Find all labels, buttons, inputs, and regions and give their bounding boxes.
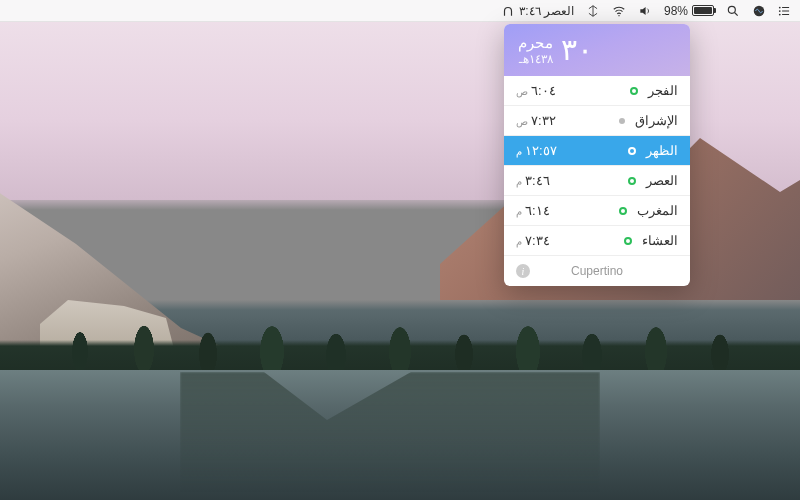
svg-point-4 (779, 10, 781, 12)
prayer-period: م (516, 236, 522, 247)
menu-bar: العصر ٣:٤٦ 98% (0, 0, 800, 22)
svg-point-3 (779, 6, 781, 8)
svg-point-5 (779, 13, 781, 15)
battery-percent: 98% (664, 4, 688, 18)
indicator-active-icon (628, 147, 636, 155)
prayer-row[interactable]: المغرب٦:١٤م (504, 196, 690, 226)
info-icon[interactable]: i (516, 264, 530, 278)
prayer-row[interactable]: العشاء٧:٣٤م (504, 226, 690, 256)
prayer-time: ٣:٤٦ (525, 173, 550, 188)
battery-menu-item[interactable]: 98% (664, 4, 714, 18)
spotlight-menu-item[interactable] (726, 4, 740, 18)
prayer-row[interactable]: الإشراق٧:٣٢ص (504, 106, 690, 136)
indicator-active-icon (624, 237, 632, 245)
sync-icon (586, 4, 600, 18)
prayer-period: ص (516, 116, 528, 127)
indicator-dot-icon (619, 118, 625, 124)
prayer-times-panel: ٣٠ محرم ١٤٣٨هـ الفجر٦:٠٤صالإشراق٧:٣٢صالظ… (504, 24, 690, 286)
location-label: Cupertino (530, 264, 664, 278)
prayer-name: الفجر (648, 83, 678, 98)
volume-menu-item[interactable] (638, 4, 652, 18)
indicator-active-icon (628, 177, 636, 185)
panel-header: ٣٠ محرم ١٤٣٨هـ (504, 24, 690, 76)
prayer-time: ٧:٣٤ (525, 233, 550, 248)
prayer-row[interactable]: العصر٣:٤٦م (504, 166, 690, 196)
notification-center-menu-item[interactable] (778, 4, 792, 18)
indicator-active-icon (630, 87, 638, 95)
prayer-name: العشاء (642, 233, 678, 248)
wifi-menu-item[interactable] (612, 4, 626, 18)
app-status-text: العصر ٣:٤٦ (519, 4, 574, 18)
indicator-active-icon (619, 207, 627, 215)
prayer-row[interactable]: الظهر١٢:٥٧م (504, 136, 690, 166)
hijri-month: محرم (518, 34, 553, 52)
prayer-name: الإشراق (635, 113, 678, 128)
prayer-name: المغرب (637, 203, 678, 218)
hijri-year: ١٤٣٨هـ (518, 52, 553, 66)
hijri-day: ٣٠ (561, 35, 593, 65)
wifi-icon (612, 4, 626, 18)
arch-icon (501, 4, 515, 18)
siri-menu-item[interactable] (752, 4, 766, 18)
search-icon (726, 4, 740, 18)
sync-menu-item[interactable] (586, 4, 600, 18)
prayer-time: ٦:١٤ (525, 203, 550, 218)
prayer-period: م (516, 176, 522, 187)
prayer-name: الظهر (646, 143, 678, 158)
battery-icon (692, 5, 714, 16)
prayer-period: م (516, 146, 522, 157)
prayer-time: ١٢:٥٧ (525, 143, 557, 158)
prayer-row[interactable]: الفجر٦:٠٤ص (504, 76, 690, 106)
panel-footer: i Cupertino (504, 256, 690, 286)
list-icon (778, 4, 792, 18)
volume-icon (638, 4, 652, 18)
prayer-name: العصر (646, 173, 678, 188)
svg-point-0 (618, 14, 619, 15)
prayer-period: ص (516, 86, 528, 97)
prayer-time: ٦:٠٤ (531, 83, 556, 98)
siri-icon (752, 4, 766, 18)
prayer-time: ٧:٣٢ (531, 113, 556, 128)
app-menubar-item[interactable]: العصر ٣:٤٦ (501, 4, 574, 18)
prayer-period: م (516, 206, 522, 217)
svg-point-1 (728, 6, 735, 13)
